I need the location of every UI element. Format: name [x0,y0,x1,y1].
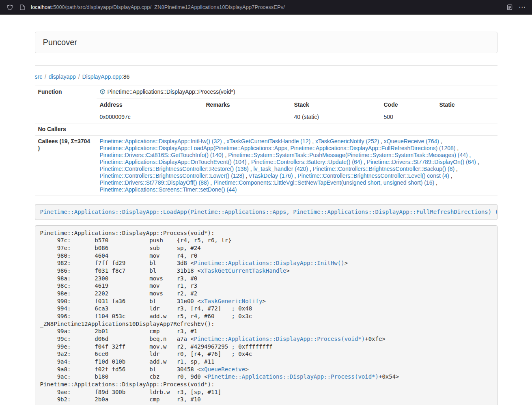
callee-link[interactable]: lv_task_handler (420) [253,166,308,172]
url-bar[interactable]: localhost:5000/path/src/displayapp/Displ… [31,4,501,10]
callee-link[interactable]: Pinetime::Drivers::Cst816S::GetTouchInfo… [100,152,224,158]
content-container: Puncover src / displayapp / DisplayApp.c… [35,32,498,405]
callee-link[interactable]: Pinetime::Drivers::St7789::DisplayOn() (… [367,159,476,165]
tracking-shield-icon[interactable] [6,3,14,11]
selected-symbol-link[interactable]: Pinetime::Applications::DisplayApp::Load… [40,209,498,215]
callees-row: Callees (19, Σ=3704 ) Pinetime::Applicat… [35,136,498,196]
function-row-label: Function [35,86,97,123]
metrics-value-row: 0x0000097c 40 (static) 500 [35,111,498,123]
callee-link[interactable]: Pinetime::Components::LittleVgl::SetNewT… [213,179,434,186]
breadcrumb: src / displayapp / DisplayApp.cpp:86 [35,73,498,80]
col-header-remarks: Remarks [203,99,291,111]
reader-view-icon[interactable] [506,3,514,11]
callee-link[interactable]: Pinetime::Controllers::BrightnessControl… [100,172,244,179]
page-actions-menu-icon[interactable]: ⋯ [518,3,526,11]
breadcrumb-file-link[interactable]: DisplayApp.cpp: [82,73,123,80]
stack-value: 40 (static) [291,111,381,123]
url-domain: localhost [31,4,52,10]
browser-chrome: localhost:5000/path/src/displayapp/Displ… [0,0,532,15]
breadcrumb-separator: / [45,73,46,80]
title-panel: Puncover [35,32,498,53]
callee-link[interactable]: Pinetime::Controllers::BrightnessControl… [100,166,249,172]
breadcrumb-line-number: 86 [123,73,130,80]
static-value [436,111,498,123]
callee-link[interactable]: xTaskGetCurrentTaskHandle (12) [226,138,310,144]
symbol-table: Function Pinetime::Applications::Display… [35,86,498,196]
page-info-icon[interactable] [18,3,26,11]
disasm-symbol-link[interactable]: xTaskGetCurrentTaskHandle [201,267,286,274]
breadcrumb-src-link[interactable]: src [35,73,43,80]
callee-link[interactable]: Pinetime::Controllers::BrightnessControl… [313,166,454,172]
selected-symbol-banner: Pinetime::Applications::DisplayApp::Load… [35,204,498,220]
callee-link[interactable]: Pinetime::Applications::DisplayApp::Load… [100,145,456,151]
callee-link[interactable]: xTaskGenericNotify (252) [315,138,379,144]
disasm-symbol-link[interactable]: Pinetime::Applications::DisplayApp::Proc… [208,373,379,380]
callees-label: Callees (19, Σ=3704 ) [35,136,97,196]
callee-link[interactable]: xQueueReceive (764) [384,138,439,144]
callee-link[interactable]: vTaskDelay (176) [249,172,293,179]
remarks-value [203,111,291,123]
callers-cell [97,123,498,136]
col-header-code: Code [381,99,436,111]
disasm-symbol-link[interactable]: xTaskGenericNotify [201,298,263,304]
disasm-symbol-link[interactable]: Pinetime::Applications::DisplayApp::Proc… [194,336,365,342]
col-header-address: Address [97,99,203,111]
col-header-static: Static [436,99,498,111]
callee-link[interactable]: Pinetime::Controllers::Battery::Update()… [251,159,362,165]
callee-link[interactable]: Pinetime::Applications::DisplayApp::Init… [100,138,222,144]
no-callers-row: No Callers [35,123,498,136]
callee-link[interactable]: Pinetime::System::SystemTask::PushMessag… [228,152,468,158]
function-row: Function Pinetime::Applications::Display… [35,86,498,99]
page-title: Puncover [43,38,489,47]
page-body: Puncover src / displayapp / DisplayApp.c… [0,15,532,405]
no-callers-label: No Callers [35,123,97,136]
symbol-cube-icon [100,89,106,96]
callee-link[interactable]: Pinetime::Applications::Screens::Timer::… [100,186,237,193]
url-path: :5000/path/src/displayapp/DisplayApp.cpp… [52,4,285,10]
callee-link[interactable]: Pinetime::Controllers::BrightnessControl… [297,172,449,179]
function-name-cell: Pinetime::Applications::DisplayApp::Proc… [97,86,498,99]
function-name: Pinetime::Applications::DisplayApp::Proc… [108,88,235,95]
disasm-symbol-link[interactable]: xQueueReceive [201,366,246,373]
callee-link[interactable]: Pinetime::Applications::DisplayApp::OnTo… [100,159,247,165]
breadcrumb-separator: / [78,73,80,80]
metrics-header-row: Address Remarks Stack Code Static [35,99,498,111]
callee-link[interactable]: Pinetime::Drivers::St7789::DisplayOff() … [100,179,209,186]
disassembly-pre: Pinetime::Applications::DisplayApp::Proc… [35,225,498,405]
callees-cell: Pinetime::Applications::DisplayApp::Init… [97,136,498,196]
divider [35,65,498,66]
code-value: 500 [381,111,436,123]
disasm-symbol-link[interactable]: Pinetime::Applications::DisplayApp::Init… [194,260,345,266]
breadcrumb-folder-link[interactable]: displayapp [49,73,76,80]
col-header-stack: Stack [291,99,381,111]
address-value: 0x0000097c [97,111,203,123]
